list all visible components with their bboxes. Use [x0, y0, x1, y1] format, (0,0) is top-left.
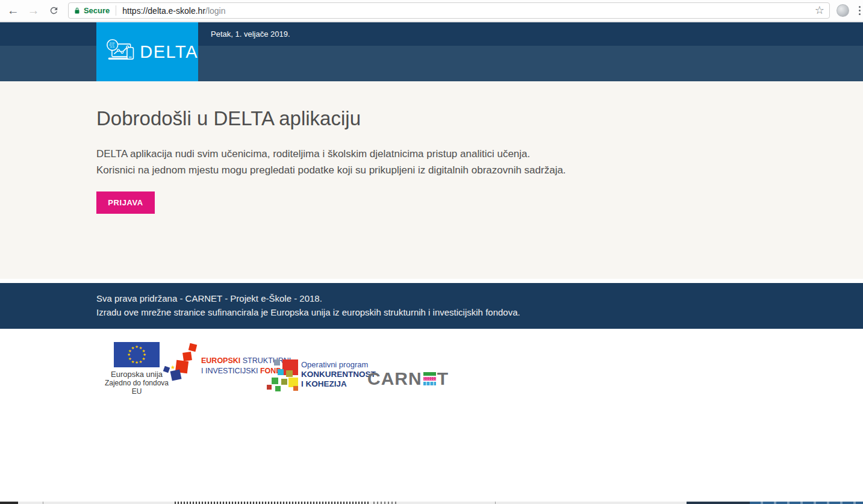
carnet-logo-text-left: CARN	[367, 370, 422, 387]
eu-logo-caption-2: Zajedno do fondova EU	[104, 379, 170, 396]
background-window-sliver	[0, 502, 863, 504]
delta-logo[interactable]: DELTA	[96, 22, 198, 81]
esif-logo-icon: ★	[164, 343, 200, 382]
delta-logo-icon	[104, 36, 136, 68]
page-title: Dobrodošli u DELTA aplikaciju	[96, 107, 361, 130]
omnibox-divider	[116, 5, 116, 16]
secure-badge: Secure	[84, 6, 110, 15]
page-description: DELTA aplikacija nudi svim učenicima, ro…	[96, 146, 566, 178]
footer-line-2: Izradu ove mrežne stranice sufinancirala…	[96, 305, 520, 319]
opkk-line-1: Operativni program	[301, 360, 376, 369]
header-date: Petak, 1. veljače 2019.	[211, 22, 290, 46]
footer: Sva prava pridržana - CARNET - Projekt e…	[0, 283, 863, 329]
url-scheme: https://	[122, 6, 148, 16]
eu-flag-icon: ★★ ★★ ★★ ★★ ★★ ★★	[114, 342, 160, 367]
back-arrow-icon[interactable]: ←	[6, 4, 20, 18]
opkk-line-2: KONKURENTNOST	[301, 370, 376, 379]
url-host: delta.e-skole.hr	[148, 6, 205, 16]
eu-logo-block: ★★ ★★ ★★ ★★ ★★ ★★ Europska unija Zajedno…	[104, 342, 170, 396]
main-content: Dobrodošli u DELTA aplikaciju DELTA apli…	[0, 81, 863, 279]
esif-word-europski: EUROPSKI	[201, 356, 240, 365]
opkk-line-3: I KOHEZIJA	[301, 379, 376, 388]
funding-logos-row: ★★ ★★ ★★ ★★ ★★ ★★ Europska unija Zajedno…	[0, 340, 863, 394]
browser-menu-icon[interactable]	[856, 4, 863, 18]
forward-arrow-icon[interactable]: →	[26, 4, 41, 18]
url-text[interactable]: https://delta.e-skole.hr/login	[122, 6, 225, 16]
carnet-logo: CARN T	[367, 370, 449, 387]
bookmark-star-icon[interactable]: ☆	[815, 4, 824, 17]
eu-logo-caption-1: Europska unija	[104, 370, 170, 379]
address-bar[interactable]: Secure https://delta.e-skole.hr/login ☆	[68, 2, 830, 19]
esif-word-investicijski: I INVESTICIJSKI	[201, 367, 260, 375]
opkk-logo-text: Operativni program KONKURENTNOST I KOHEZ…	[301, 360, 376, 388]
url-path: /login	[205, 6, 225, 16]
esif-logo-block: ★ EUROPSKI STRUKTURNI I INVESTICIJSKI FO…	[164, 353, 269, 391]
reload-icon[interactable]	[46, 4, 61, 18]
svg-text:★: ★	[135, 344, 139, 349]
footer-text: Sva prava pridržana - CARNET - Projekt e…	[96, 291, 520, 319]
profile-avatar[interactable]	[837, 4, 849, 17]
description-line-2: Korisnici na jednom mjestu mogu pregleda…	[96, 162, 566, 178]
footer-line-1: Sva prava pridržana - CARNET - Projekt e…	[96, 291, 520, 305]
svg-text:★: ★	[131, 346, 135, 350]
lock-icon	[73, 7, 81, 15]
opkk-logo-icon	[267, 359, 298, 391]
description-line-1: DELTA aplikacija nudi svim učenicima, ro…	[96, 146, 566, 162]
browser-toolbar: ← → Secure https://delta.e-skole.hr/logi…	[0, 0, 863, 22]
svg-text:★: ★	[135, 360, 139, 365]
carnet-logo-text-right: T	[437, 370, 449, 387]
svg-text:★: ★	[139, 359, 143, 364]
prijava-login-button[interactable]: PRIJAVA	[96, 191, 155, 214]
delta-logo-text: DELTA	[140, 42, 198, 62]
carnet-e-bars-icon	[423, 372, 436, 385]
